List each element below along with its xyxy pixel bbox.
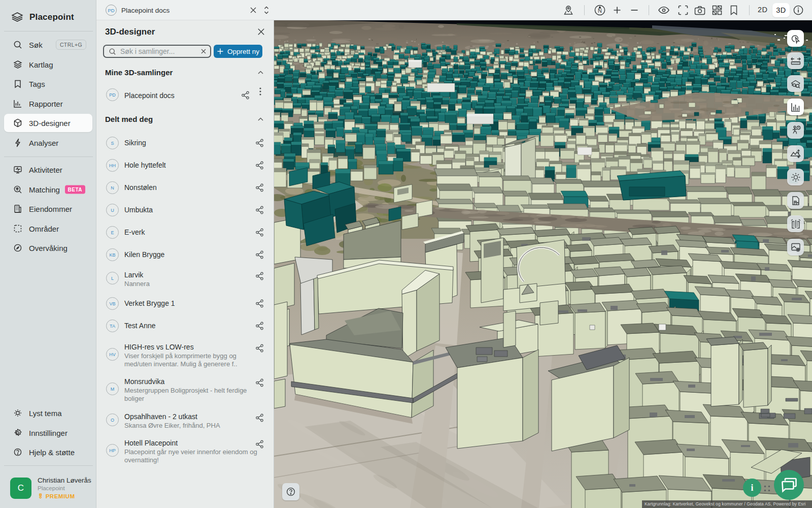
svg-text:N: N <box>598 8 602 14</box>
